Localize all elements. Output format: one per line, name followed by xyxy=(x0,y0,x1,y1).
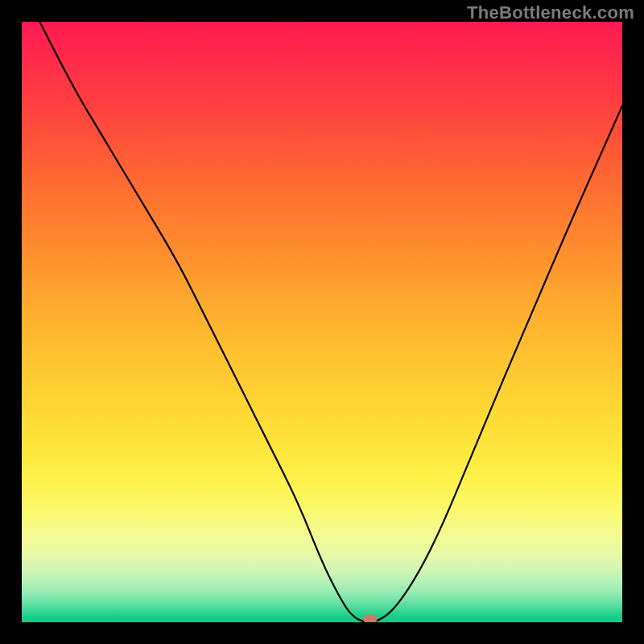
watermark-label: TheBottleneck.com xyxy=(467,2,634,23)
current-config-marker xyxy=(363,614,378,622)
chart-frame: TheBottleneck.com xyxy=(0,0,644,644)
bottleneck-curve xyxy=(39,22,622,622)
plot-svg xyxy=(22,22,622,622)
plot-area xyxy=(22,22,622,622)
